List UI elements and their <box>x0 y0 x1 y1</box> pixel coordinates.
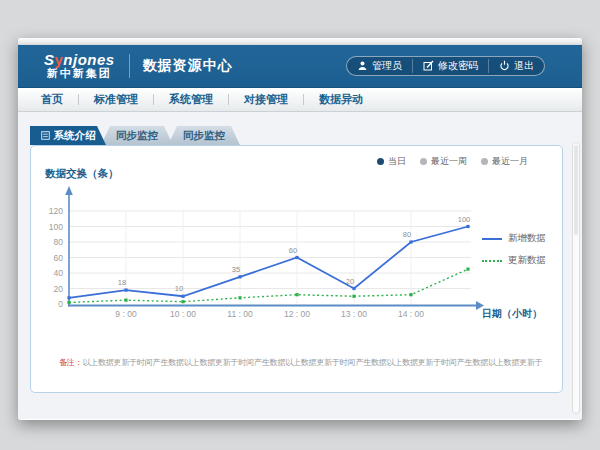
chart-panel: 当日 最近一周 最近一月 数据交换（条） 0204060801001209 : … <box>30 145 563 393</box>
dotted-line-icon <box>482 260 502 262</box>
brand-name: Synjones <box>44 52 115 68</box>
nav-item-interface-management[interactable]: 对接管理 <box>229 92 303 107</box>
svg-text:14 : 00: 14 : 00 <box>398 309 424 319</box>
radio-dot-icon <box>377 158 384 165</box>
scrollbar-thumb[interactable] <box>574 145 578 235</box>
svg-text:20: 20 <box>346 277 354 286</box>
tab-bar: 系统介绍 同步监控 同步监控 <box>30 126 240 145</box>
svg-text:11 : 00: 11 : 00 <box>227 309 253 319</box>
chart-y-axis-title: 数据交换（条） <box>45 167 119 181</box>
tab-sync-monitor-2[interactable]: 同步监控 <box>168 126 240 145</box>
legend-item-updated-data-label: 更新数据 <box>508 254 546 267</box>
user-menu-change-password-label: 修改密码 <box>438 59 478 73</box>
tab-sync-monitor-2-label: 同步监控 <box>183 129 225 143</box>
svg-text:100: 100 <box>458 215 471 224</box>
content-area: 系统介绍 同步监控 同步监控 当日 最近一周 <box>18 112 582 419</box>
page-title: 数据资源中心 <box>143 57 233 75</box>
footnote-text: 以上数据更新于时间产生数据以上数据更新于时间产生数据以上数据更新于时间产生数据以… <box>82 358 542 367</box>
svg-text:120: 120 <box>49 206 63 216</box>
svg-text:60: 60 <box>54 253 64 263</box>
tab-sync-monitor-1[interactable]: 同步监控 <box>101 126 173 145</box>
range-option-today-label: 当日 <box>388 155 406 168</box>
app-window: Synjones 新中新集团 数据资源中心 管理员 修改密码 <box>18 38 582 420</box>
user-menu-logout[interactable]: 退出 <box>488 59 544 73</box>
line-chart: 0204060801001209 : 0010 : 0011 : 0012 : … <box>31 146 562 392</box>
user-menu-admin-label: 管理员 <box>372 59 402 73</box>
logout-icon <box>499 60 510 73</box>
brand-logo: Synjones 新中新集团 <box>44 52 115 79</box>
legend-item-new-data-label: 新增数据 <box>508 232 546 245</box>
nav-item-standard-management[interactable]: 标准管理 <box>79 92 153 107</box>
range-option-last-week-label: 最近一周 <box>431 155 467 168</box>
radio-dot-icon <box>481 158 488 165</box>
range-option-last-month[interactable]: 最近一月 <box>481 155 528 168</box>
footnote: 备注：以上数据更新于时间产生数据以上数据更新于时间产生数据以上数据更新于时间产生… <box>59 357 554 368</box>
window-scrollbar[interactable] <box>572 142 580 414</box>
svg-text:13 : 00: 13 : 00 <box>341 309 367 319</box>
svg-text:40: 40 <box>54 268 64 278</box>
header-divider <box>129 54 130 78</box>
range-option-last-week[interactable]: 最近一周 <box>420 155 467 168</box>
svg-text:10: 10 <box>175 284 183 293</box>
user-menu-admin[interactable]: 管理员 <box>347 59 412 73</box>
svg-text:10 : 00: 10 : 00 <box>170 309 196 319</box>
brand-post: njones <box>63 51 114 68</box>
brand-pre: S <box>44 51 55 68</box>
range-option-last-month-label: 最近一月 <box>492 155 528 168</box>
range-selector: 当日 最近一周 最近一月 <box>377 155 528 168</box>
svg-text:9 : 00: 9 : 00 <box>115 309 137 319</box>
range-option-today[interactable]: 当日 <box>377 155 406 168</box>
svg-text:18: 18 <box>118 278 126 287</box>
radio-dot-icon <box>420 158 427 165</box>
app-header: Synjones 新中新集团 数据资源中心 管理员 修改密码 <box>18 45 582 88</box>
svg-text:20: 20 <box>54 284 64 294</box>
nav-item-data-change[interactable]: 数据异动 <box>304 92 378 107</box>
user-menu-logout-label: 退出 <box>514 59 534 73</box>
svg-text:日期（小时）: 日期（小时） <box>482 308 542 319</box>
user-icon <box>357 60 368 73</box>
edit-icon <box>423 60 434 73</box>
nav-item-system-management[interactable]: 系统管理 <box>154 92 228 107</box>
brand-subtitle: 新中新集团 <box>47 68 112 80</box>
chart-legend: 新增数据 更新数据 <box>482 232 546 267</box>
user-menu-change-password[interactable]: 修改密码 <box>412 59 488 73</box>
tab-system-intro-label: 系统介绍 <box>54 129 96 143</box>
user-menu: 管理员 修改密码 退出 <box>346 56 545 76</box>
legend-item-updated-data[interactable]: 更新数据 <box>482 254 546 267</box>
nav-item-home[interactable]: 首页 <box>26 92 78 107</box>
svg-text:60: 60 <box>289 246 297 255</box>
window-chrome-strip <box>18 38 582 45</box>
footnote-prefix: 备注： <box>59 358 82 367</box>
svg-text:80: 80 <box>54 237 64 247</box>
svg-text:0: 0 <box>58 299 63 309</box>
svg-text:12 : 00: 12 : 00 <box>284 309 310 319</box>
tab-document-icon <box>41 130 50 142</box>
main-nav: 首页 标准管理 系统管理 对接管理 数据异动 <box>18 88 582 112</box>
legend-item-new-data[interactable]: 新增数据 <box>482 232 546 245</box>
svg-text:100: 100 <box>49 222 63 232</box>
tab-system-intro[interactable]: 系统介绍 <box>30 126 106 145</box>
svg-text:80: 80 <box>403 230 411 239</box>
tab-sync-monitor-1-label: 同步监控 <box>116 129 158 143</box>
svg-text:35: 35 <box>232 265 240 274</box>
solid-line-icon <box>482 238 502 240</box>
